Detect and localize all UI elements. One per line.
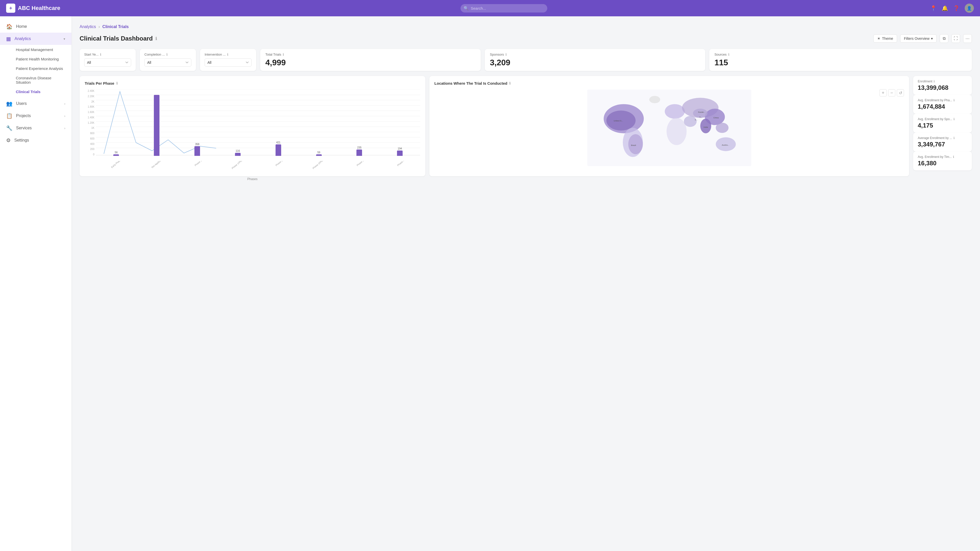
bar-1 bbox=[113, 154, 119, 156]
filter-intervention-select[interactable]: All bbox=[205, 59, 251, 67]
theme-label: Theme bbox=[882, 37, 893, 41]
stat-enrollment: Enrollment ℹ 13,399,068 bbox=[913, 76, 972, 95]
stat-total-trials: Total Trials ℹ 4,999 bbox=[260, 49, 481, 71]
sidebar-item-projects[interactable]: 📋 Projects › bbox=[0, 110, 72, 122]
breadcrumb-current: Clinical Trials bbox=[102, 24, 129, 29]
avatar[interactable]: 👤 bbox=[965, 3, 974, 13]
map-zoom-out[interactable]: − bbox=[888, 89, 895, 97]
subnav-patient-experience[interactable]: Patient Experience Analysis bbox=[0, 64, 72, 73]
avg-enrollment-time-info-icon[interactable]: ℹ bbox=[953, 155, 954, 159]
stat-sponsors-label: Sponsors ℹ bbox=[490, 52, 700, 56]
sidebar-item-settings[interactable]: ⚙ Settings bbox=[0, 134, 72, 146]
map-info-icon[interactable]: ℹ bbox=[509, 81, 511, 85]
x-label-8: Phase 4 bbox=[397, 161, 412, 176]
stat-sources: Sources ℹ 115 bbox=[709, 49, 972, 71]
stat-avg-enrollment-time: Avg. Enrollment by Tim... ℹ 16,380 bbox=[913, 151, 972, 170]
stat-total-trials-info[interactable]: ℹ bbox=[283, 52, 284, 56]
x-axis-label: Phases bbox=[85, 177, 420, 181]
avg-enrollment-sponsor-info-icon[interactable]: ℹ bbox=[953, 118, 955, 121]
y-label-400: 400 bbox=[85, 143, 96, 145]
subnav-hospital[interactable]: Hospital Management bbox=[0, 45, 72, 54]
filter-start-year: Start Ye... ℹ All bbox=[80, 49, 136, 71]
copy-button[interactable]: ⧉ bbox=[940, 34, 948, 43]
brand: + ABC Healthcare bbox=[6, 3, 78, 13]
layout: 🏠 Home ▦ Analytics ▾ Hospital Management… bbox=[0, 16, 980, 551]
stat-average-enrollment-label: Average Enrollment by ... ℹ bbox=[918, 136, 967, 140]
sidebar-item-home[interactable]: 🏠 Home bbox=[0, 21, 72, 33]
filter-start-year-label: Start Ye... ℹ bbox=[84, 52, 131, 56]
x-label-4: Phase 1/Phase 2 bbox=[231, 161, 254, 176]
more-button[interactable]: ⋯ bbox=[963, 34, 972, 43]
bar-group-7: 235 bbox=[339, 89, 380, 156]
subnav-patient-health[interactable]: Patient Health Monitoring bbox=[0, 54, 72, 64]
services-icon: 🔧 bbox=[6, 125, 13, 131]
stat-sponsors-info[interactable]: ℹ bbox=[506, 52, 507, 56]
right-stats-panel: Enrollment ℹ 13,399,068 Avg. Enrollment … bbox=[913, 76, 972, 180]
filter-start-year-info[interactable]: ℹ bbox=[100, 52, 101, 56]
x-label-3: Phase 1 bbox=[194, 161, 210, 176]
stat-sources-info[interactable]: ℹ bbox=[728, 52, 729, 56]
stat-avg-enrollment-sponsor-value: 4,175 bbox=[918, 122, 967, 129]
average-enrollment-info-icon[interactable]: ℹ bbox=[953, 136, 955, 140]
sidebar-label-users: Users bbox=[16, 101, 61, 106]
stat-average-enrollment-value: 3,349,767 bbox=[918, 141, 967, 148]
breadcrumb-parent[interactable]: Analytics bbox=[80, 24, 96, 29]
search-input[interactable] bbox=[461, 4, 547, 13]
stat-total-trials-label: Total Trials ℹ bbox=[265, 52, 476, 56]
search-area: 🔍 bbox=[78, 4, 930, 13]
chart-info-icon[interactable]: ℹ bbox=[116, 81, 118, 85]
avg-enrollment-phase-info-icon[interactable]: ℹ bbox=[953, 98, 955, 102]
bar-group-2 bbox=[137, 89, 177, 156]
subnav-coronavirus[interactable]: Coronavirus Disease Situation bbox=[0, 73, 72, 87]
stat-avg-enrollment-time-value: 16,380 bbox=[918, 160, 967, 167]
filter-start-year-select[interactable]: All bbox=[84, 59, 131, 67]
sidebar-item-services[interactable]: 🔧 Services › bbox=[0, 122, 72, 134]
subnav-clinical-trials[interactable]: Clinical Trials bbox=[0, 87, 72, 97]
title-info-icon[interactable]: ℹ bbox=[155, 36, 157, 41]
dashboard-title-wrap: Clinical Trials Dashboard ℹ bbox=[80, 35, 157, 42]
breadcrumb-separator: › bbox=[99, 24, 100, 29]
topnav: + ABC Healthcare 🔍 📍 🔔 ❓ 👤 bbox=[0, 0, 980, 16]
svg-point-20 bbox=[684, 116, 697, 127]
map-reset[interactable]: ↺ bbox=[897, 89, 904, 97]
filter-completion: Completion ... ℹ All bbox=[140, 49, 196, 71]
analytics-subnav: Hospital Management Patient Health Monit… bbox=[0, 45, 72, 97]
dashboard-title: Clinical Trials Dashboard bbox=[80, 35, 153, 42]
bar-val-7: 235 bbox=[357, 146, 361, 149]
stat-enrollment-label: Enrollment ℹ bbox=[918, 79, 967, 83]
location-icon[interactable]: 📍 bbox=[930, 5, 937, 11]
bell-icon[interactable]: 🔔 bbox=[942, 5, 948, 11]
map-label-t: T... bbox=[699, 116, 702, 118]
filters-overview-button[interactable]: Filters Overview ▾ bbox=[900, 35, 937, 43]
content-left: Trials Per Phase ℹ 0 200 400 600 bbox=[80, 76, 909, 180]
filter-completion-info[interactable]: ℹ bbox=[166, 52, 168, 56]
filter-completion-label: Completion ... ℹ bbox=[145, 52, 191, 56]
sidebar-item-users[interactable]: 👥 Users › bbox=[0, 97, 72, 110]
theme-button[interactable]: ☀ Theme bbox=[873, 35, 897, 43]
stat-sources-label: Sources ℹ bbox=[714, 52, 967, 56]
bar-8 bbox=[397, 151, 402, 156]
y-label-2k: 2K bbox=[85, 100, 96, 103]
sidebar-item-analytics[interactable]: ▦ Analytics ▾ bbox=[0, 33, 72, 45]
stat-avg-enrollment-time-label: Avg. Enrollment by Tim... ℹ bbox=[918, 155, 967, 159]
bar-5 bbox=[275, 144, 281, 156]
services-chevron: › bbox=[64, 126, 65, 130]
filter-intervention-info[interactable]: ℹ bbox=[227, 52, 228, 56]
theme-icon: ☀ bbox=[877, 37, 880, 41]
enrollment-info-icon[interactable]: ℹ bbox=[934, 79, 935, 83]
sidebar-label-services: Services bbox=[16, 126, 61, 130]
map-label-us: United S... bbox=[614, 120, 623, 122]
filter-completion-select[interactable]: All bbox=[145, 59, 191, 67]
map-zoom-in[interactable]: + bbox=[880, 89, 887, 97]
bar-6 bbox=[316, 154, 322, 156]
x-labels: Early Phase 1 Not Applicable Phase 1 Pha… bbox=[85, 161, 420, 176]
projects-chevron: › bbox=[64, 114, 65, 118]
users-icon: 👥 bbox=[6, 100, 13, 106]
help-icon[interactable]: ❓ bbox=[953, 5, 959, 11]
bar-group-3: 358 bbox=[177, 89, 218, 156]
filter-stats-row: Start Ye... ℹ All Completion ... ℹ All bbox=[80, 49, 972, 71]
expand-button[interactable]: ⛶ bbox=[951, 34, 960, 43]
x-label-1: Early Phase 1 bbox=[111, 161, 131, 176]
search-wrap: 🔍 bbox=[461, 4, 547, 13]
trials-per-phase-chart: Trials Per Phase ℹ 0 200 400 600 bbox=[80, 76, 425, 176]
